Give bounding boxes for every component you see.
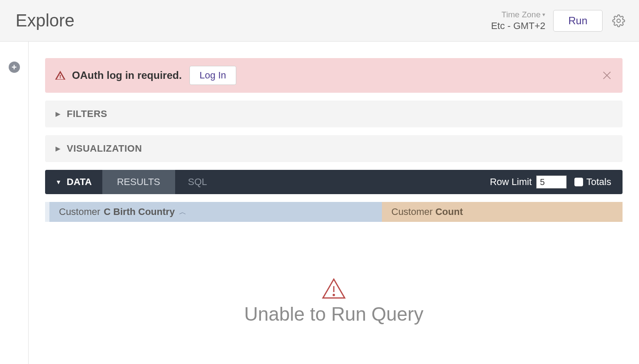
visualization-section-header[interactable]: ▶ VISUALIZATION bbox=[45, 135, 623, 162]
row-limit-label: Row Limit bbox=[490, 176, 532, 188]
chevron-down-icon: ▾ bbox=[542, 11, 545, 18]
error-message: Unable to Run Query bbox=[45, 303, 623, 325]
svg-point-0 bbox=[617, 19, 620, 23]
warning-outline-icon bbox=[322, 278, 346, 299]
row-limit-control: Row Limit bbox=[490, 170, 574, 194]
add-button[interactable]: + bbox=[9, 62, 20, 73]
dim-name: C Birth Country bbox=[104, 206, 175, 218]
sort-asc-icon: ︿ bbox=[179, 207, 186, 217]
close-alert-button[interactable] bbox=[601, 69, 613, 81]
login-button[interactable]: Log In bbox=[189, 66, 236, 85]
tab-results[interactable]: RESULTS bbox=[102, 170, 175, 194]
tab-data[interactable]: ▼ DATA bbox=[45, 170, 102, 194]
settings-button[interactable] bbox=[610, 13, 627, 29]
filters-section-header[interactable]: ▶ FILTERS bbox=[45, 101, 623, 127]
sql-tab-label: SQL bbox=[188, 176, 207, 188]
timezone-label: Time Zone bbox=[502, 10, 541, 20]
data-section-bar: ▼ DATA RESULTS SQL Row Limit Totals bbox=[45, 170, 623, 194]
totals-control: Totals bbox=[574, 170, 623, 194]
gear-icon bbox=[612, 14, 625, 27]
run-button[interactable]: Run bbox=[553, 10, 603, 32]
header-controls: Time Zone ▾ Etc - GMT+2 Run bbox=[491, 10, 627, 32]
alert-message: OAuth log in required. bbox=[72, 69, 182, 81]
caret-right-icon: ▶ bbox=[55, 110, 61, 118]
totals-checkbox[interactable] bbox=[574, 178, 583, 186]
filters-label: FILTERS bbox=[67, 108, 108, 120]
plus-icon: + bbox=[12, 63, 17, 72]
row-limit-input[interactable] bbox=[536, 176, 567, 188]
tab-sql[interactable]: SQL bbox=[175, 170, 220, 194]
svg-point-4 bbox=[333, 294, 335, 296]
left-rail: + bbox=[0, 42, 29, 364]
column-header-dimension[interactable]: Customer C Birth Country ︿ bbox=[49, 202, 382, 222]
measure-name: Count bbox=[435, 206, 463, 217]
close-icon bbox=[601, 69, 613, 81]
query-error-state: Unable to Run Query bbox=[45, 278, 623, 325]
totals-label: Totals bbox=[587, 176, 611, 188]
caret-right-icon: ▶ bbox=[55, 145, 61, 153]
page-header: Explore Time Zone ▾ Etc - GMT+2 Run bbox=[0, 0, 639, 42]
caret-down-icon: ▼ bbox=[55, 179, 62, 185]
column-header-measure[interactable]: Customer Count bbox=[382, 202, 623, 222]
oauth-alert: OAuth log in required. Log In bbox=[45, 58, 623, 93]
timezone-value: Etc - GMT+2 bbox=[491, 20, 545, 31]
result-column-headers: Customer C Birth Country ︿ Customer Coun… bbox=[45, 202, 623, 222]
results-tab-label: RESULTS bbox=[117, 176, 160, 188]
measure-prefix: Customer bbox=[391, 206, 433, 217]
visualization-label: VISUALIZATION bbox=[67, 143, 142, 154]
data-tab-label: DATA bbox=[67, 176, 92, 188]
warning-icon bbox=[55, 70, 66, 81]
timezone-selector[interactable]: Time Zone ▾ Etc - GMT+2 bbox=[491, 10, 545, 32]
dim-prefix: Customer bbox=[59, 206, 100, 218]
main-content: OAuth log in required. Log In ▶ FILTERS … bbox=[29, 42, 639, 364]
page-title: Explore bbox=[16, 11, 491, 30]
